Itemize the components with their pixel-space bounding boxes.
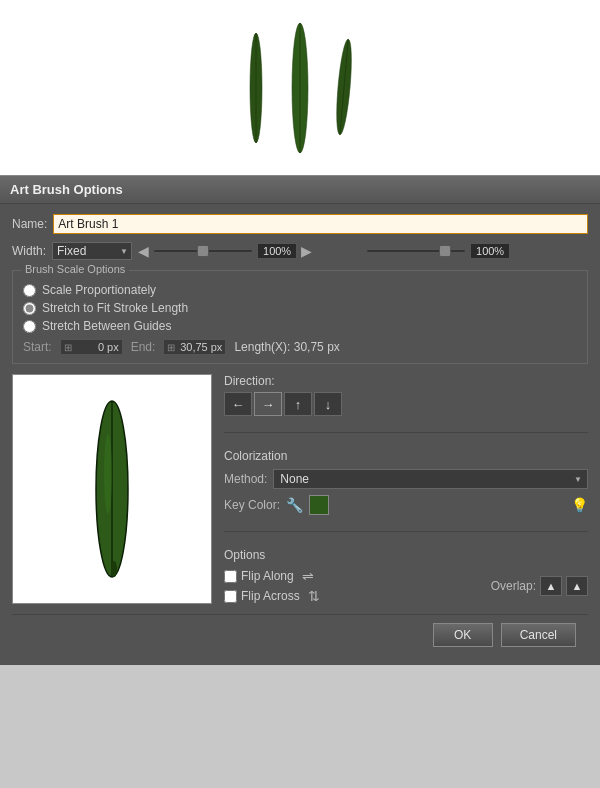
length-display: Length(X): 30,75 px (234, 340, 339, 354)
label-scale-proportionately: Scale Proportionately (42, 283, 156, 297)
options-section: Options Flip Along ⇌ Flip Across (224, 548, 588, 604)
start-spinner[interactable]: ⊞ (64, 342, 72, 353)
lightbulb-icon[interactable]: 💡 (571, 497, 588, 513)
art-brush-dialog: Art Brush Options Name: Width: Fixed Pre… (0, 175, 600, 665)
options-label: Options (224, 548, 588, 562)
radio-stretch-fit[interactable] (23, 302, 36, 315)
slider-value-1: 100% (257, 243, 297, 259)
radio-row-1: Scale Proportionately (23, 283, 577, 297)
start-value: 0 px (74, 341, 119, 353)
svg-point-10 (111, 561, 117, 577)
flip-along-checkbox[interactable] (224, 570, 237, 583)
arrow-right-icon-1: ▶ (301, 243, 312, 259)
options-row: Flip Along ⇌ Flip Across ⇅ Overlap: (224, 568, 588, 604)
button-row: OK Cancel (12, 614, 588, 655)
start-label: Start: (23, 340, 52, 354)
overlap-btn-1[interactable]: ▲ (540, 576, 562, 596)
method-select-wrapper: None Tints Tints and Shades Hue Shift (273, 469, 588, 489)
flip-across-icon[interactable]: ⇅ (308, 588, 320, 604)
label-stretch-guides: Stretch Between Guides (42, 319, 171, 333)
dir-btn-down[interactable]: ↓ (314, 392, 342, 416)
dialog-title: Art Brush Options (0, 176, 600, 204)
brush-scale-group: Brush Scale Options Scale Proportionatel… (12, 270, 588, 364)
direction-buttons: ← → ↑ ↓ (224, 392, 588, 416)
main-content: Direction: ← → ↑ ↓ Colorization Method: (12, 374, 588, 604)
end-spinner[interactable]: ⊞ (167, 342, 175, 353)
slider-track-1[interactable] (153, 249, 253, 253)
slider-thumb-1[interactable] (197, 245, 209, 257)
radio-row-2: Stretch to Fit Stroke Length (23, 301, 577, 315)
leaf-preview-1 (249, 28, 263, 148)
ok-button[interactable]: OK (433, 623, 493, 647)
cancel-button[interactable]: Cancel (501, 623, 576, 647)
flip-across-checkbox[interactable] (224, 590, 237, 603)
dir-btn-right[interactable]: → (254, 392, 282, 416)
slider-section-2: 100% (366, 243, 588, 259)
overlap-section: Overlap: ▲ ▲ (491, 576, 588, 596)
method-label: Method: (224, 472, 267, 486)
right-panel: Direction: ← → ↑ ↓ Colorization Method: (224, 374, 588, 604)
flip-along-icon[interactable]: ⇌ (302, 568, 314, 584)
slider-value-2: 100% (470, 243, 510, 259)
flip-along-label: Flip Along (241, 569, 294, 583)
eyedropper-icon[interactable]: 🔧 (286, 497, 303, 513)
end-input[interactable]: ⊞ 30,75 px (163, 339, 226, 355)
brush-stroke-svg (92, 394, 132, 584)
brush-preview-area (0, 0, 600, 175)
width-select[interactable]: Fixed Pressure Tilt Random (52, 242, 132, 260)
key-color-row: Key Color: 🔧 💡 (224, 495, 588, 515)
brush-stroke-preview (12, 374, 212, 604)
radio-row-3: Stretch Between Guides (23, 319, 577, 333)
label-stretch-fit: Stretch to Fit Stroke Length (42, 301, 188, 315)
name-label: Name: (12, 217, 47, 231)
start-input[interactable]: ⊞ 0 px (60, 339, 123, 355)
flip-across-label: Flip Across (241, 589, 300, 603)
key-color-swatch[interactable] (309, 495, 329, 515)
method-select[interactable]: None Tints Tints and Shades Hue Shift (273, 469, 588, 489)
name-row: Name: (12, 214, 588, 234)
arrow-left-icon-1: ◀ (138, 243, 149, 259)
leaf-preview-3 (332, 35, 355, 141)
colorization-label: Colorization (224, 449, 588, 463)
end-value: 30,75 px (177, 341, 222, 353)
width-select-wrapper: Fixed Pressure Tilt Random (52, 242, 132, 260)
direction-label: Direction: (224, 374, 588, 388)
guide-row: Start: ⊞ 0 px End: ⊞ 30,75 px Length(X):… (23, 339, 577, 355)
dir-btn-left[interactable]: ← (224, 392, 252, 416)
dir-btn-up[interactable]: ↑ (284, 392, 312, 416)
radio-stretch-guides[interactable] (23, 320, 36, 333)
end-label: End: (131, 340, 156, 354)
width-row: Width: Fixed Pressure Tilt Random ◀ 100%… (12, 242, 588, 260)
flip-along-row: Flip Along ⇌ (224, 568, 320, 584)
slider-section-1: ◀ 100% ▶ (138, 243, 360, 259)
group-box-title: Brush Scale Options (21, 263, 129, 275)
width-label: Width: (12, 244, 46, 258)
radio-scale-proportionately[interactable] (23, 284, 36, 297)
flip-col: Flip Along ⇌ Flip Across ⇅ (224, 568, 320, 604)
flip-across-row: Flip Across ⇅ (224, 588, 320, 604)
direction-section: Direction: ← → ↑ ↓ (224, 374, 588, 416)
colorization-section: Colorization Method: None Tints Tints an… (224, 449, 588, 515)
key-color-label: Key Color: (224, 498, 280, 512)
divider-1 (224, 432, 588, 433)
slider-track-2[interactable] (366, 249, 466, 253)
divider-2 (224, 531, 588, 532)
overlap-btn-2[interactable]: ▲ (566, 576, 588, 596)
method-row: Method: None Tints Tints and Shades Hue … (224, 469, 588, 489)
leaf-preview-2 (291, 18, 309, 158)
overlap-label: Overlap: (491, 579, 536, 593)
svg-point-9 (104, 434, 112, 514)
name-input[interactable] (53, 214, 588, 234)
slider-thumb-2[interactable] (439, 245, 451, 257)
